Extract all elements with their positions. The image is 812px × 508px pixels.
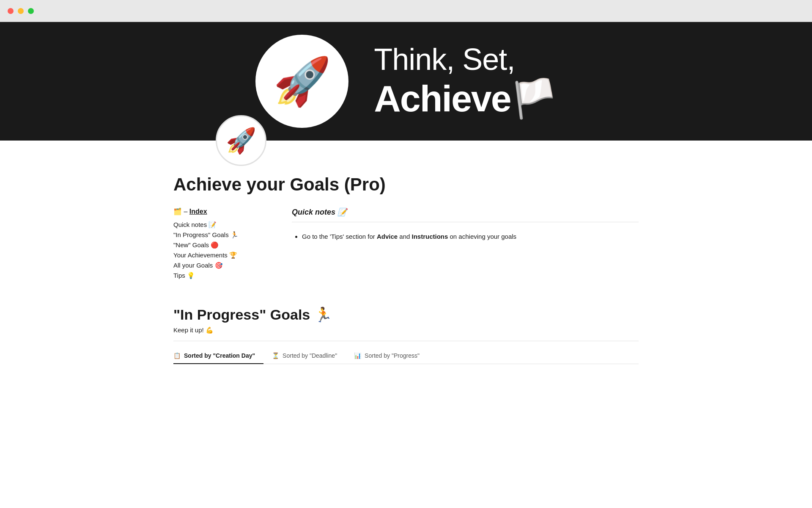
sort-tab-deadline-label: Sorted by "Deadline" bbox=[283, 352, 337, 359]
hero-line1: Think, Set, bbox=[374, 42, 557, 77]
quick-notes-header: Quick notes 📝 bbox=[292, 207, 639, 222]
page-icon: 🚀 bbox=[216, 115, 266, 166]
window-chrome bbox=[0, 0, 812, 22]
hero-rocket-circle: 🚀 bbox=[255, 35, 348, 128]
hero-rocket-icon: 🚀 bbox=[273, 54, 331, 109]
close-button[interactable] bbox=[8, 8, 14, 14]
nav-item-tips[interactable]: Tips 💡 bbox=[173, 271, 266, 281]
maximize-button[interactable] bbox=[28, 8, 34, 14]
progress-icon: 📊 bbox=[354, 352, 361, 359]
hero-line2: Achieve🏳️ bbox=[374, 77, 557, 121]
index-nav: 🗂️ – Index Quick notes 📝 "In Progress" G… bbox=[173, 207, 266, 281]
in-progress-section: "In Progress" Goals 🏃 Keep it up! 💪 📋 So… bbox=[173, 306, 639, 364]
section-divider bbox=[173, 341, 639, 341]
in-progress-title: "In Progress" Goals 🏃 bbox=[173, 306, 639, 323]
index-link: 🗂️ – Index bbox=[173, 207, 266, 215]
nav-item-all-goals[interactable]: All your Goals 🎯 bbox=[173, 260, 266, 271]
quick-notes-item: Go to the 'Tips' section for Advice and … bbox=[302, 232, 639, 242]
nav-item-in-progress[interactable]: "In Progress" Goals 🏃 bbox=[173, 230, 266, 240]
quick-notes-body: Go to the 'Tips' section for Advice and … bbox=[292, 227, 639, 242]
nav-item-quick-notes[interactable]: Quick notes 📝 bbox=[173, 220, 266, 230]
nav-item-achievements[interactable]: Your Achievements 🏆 bbox=[173, 250, 266, 260]
page-title: Achieve your Goals (Pro) bbox=[173, 174, 639, 195]
sort-tab-deadline[interactable]: ⏳ Sorted by "Deadline" bbox=[272, 348, 346, 364]
quick-notes-section: Quick notes 📝 Go to the 'Tips' section f… bbox=[292, 207, 639, 242]
creation-day-icon: 📋 bbox=[173, 352, 181, 359]
page-icon-wrapper: 🚀 bbox=[216, 115, 639, 166]
sort-tabs: 📋 Sorted by "Creation Day" ⏳ Sorted by "… bbox=[173, 348, 639, 364]
main-content: 🚀 Achieve your Goals (Pro) 🗂️ – Index Qu… bbox=[131, 115, 681, 389]
sort-tab-creation-label: Sorted by "Creation Day" bbox=[184, 352, 255, 359]
index-anchor[interactable]: Index bbox=[189, 208, 207, 215]
sort-tab-creation[interactable]: 📋 Sorted by "Creation Day" bbox=[173, 348, 263, 364]
sort-tab-progress[interactable]: 📊 Sorted by "Progress" bbox=[354, 348, 428, 364]
hero-text: Think, Set, Achieve🏳️ bbox=[374, 42, 557, 121]
index-and-quick-notes: 🗂️ – Index Quick notes 📝 "In Progress" G… bbox=[173, 207, 639, 281]
deadline-icon: ⏳ bbox=[272, 352, 279, 359]
minimize-button[interactable] bbox=[18, 8, 24, 14]
nav-item-new-goals[interactable]: "New" Goals 🔴 bbox=[173, 240, 266, 250]
in-progress-subtitle: Keep it up! 💪 bbox=[173, 326, 639, 334]
sort-tab-progress-label: Sorted by "Progress" bbox=[365, 352, 420, 359]
